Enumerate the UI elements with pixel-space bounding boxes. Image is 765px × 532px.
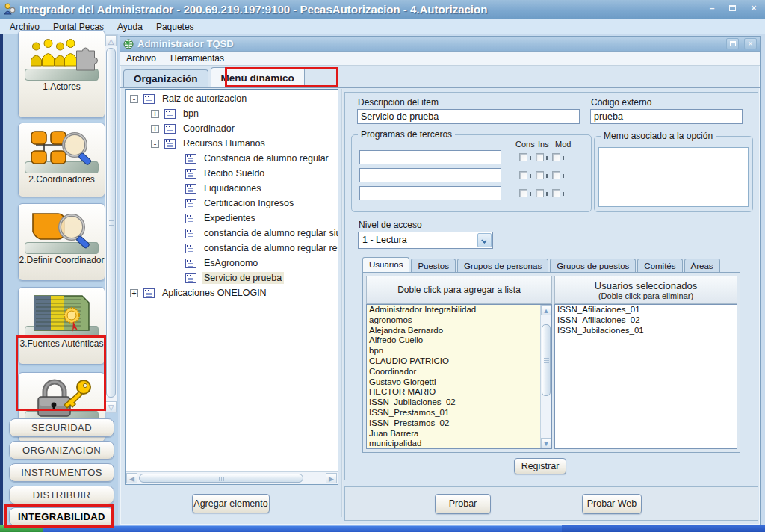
checkbox-ins-2[interactable]	[536, 171, 544, 179]
list-item[interactable]: ISSN_Prestamos_02	[367, 418, 551, 429]
tab-menu-dinamico[interactable]: Menú dinámico	[211, 67, 305, 87]
checkbox-mod-1[interactable]	[552, 153, 560, 161]
tree-collapse-icon[interactable]: -	[151, 140, 159, 148]
tree-item-label[interactable]: Liquidaciones	[202, 182, 263, 194]
checkbox-cons-1[interactable]	[519, 153, 527, 161]
scrollbar-thumb[interactable]	[106, 48, 116, 398]
tree-item[interactable]: constancia de alumno regular respons	[126, 241, 338, 256]
tree-item[interactable]: Certificacion Ingresos	[126, 196, 338, 211]
tree-item-selected[interactable]: Servicio de prueba	[126, 270, 338, 285]
tree-expand-icon[interactable]: +	[151, 125, 159, 133]
scroll-left-icon[interactable]: ◀	[126, 473, 137, 483]
access-level-select[interactable]: 1 - Lectura	[358, 232, 493, 249]
menu-ayuda[interactable]: Ayuda	[111, 20, 149, 34]
tree-item-label[interactable]: Certificacion Ingresos	[202, 197, 296, 209]
tree-item-label[interactable]: Recursos Humanos	[181, 137, 267, 149]
checkbox-cons-3[interactable]	[519, 189, 527, 197]
tree-item-label[interactable]: Constancia de alumno regular	[202, 152, 331, 164]
list-item[interactable]: Alejandra Bernardo	[367, 326, 551, 336]
scroll-up-icon[interactable]: △	[105, 35, 117, 46]
list-item[interactable]: ISSN_Jubilaciones_01	[555, 326, 737, 336]
inner-close-button[interactable]: ×	[744, 38, 757, 49]
list-item[interactable]: ISSN_Afiliaciones_01	[555, 305, 737, 315]
scrollbar-thumb[interactable]	[542, 324, 551, 396]
list-item[interactable]: Administrador Integrabilidad	[367, 305, 551, 315]
tree-item[interactable]: + bpn	[126, 106, 338, 121]
sidebar-item-definir-coordinador[interactable]: 2.Definir Coordinador	[18, 203, 105, 281]
scroll-right-icon[interactable]: ▶	[326, 473, 337, 483]
tree-item-label[interactable]: Expedientes	[202, 212, 258, 224]
tree-item[interactable]: + Coordinador	[126, 121, 338, 136]
scroll-up-icon[interactable]: ▲	[541, 305, 551, 315]
third-party-input-3[interactable]	[359, 186, 501, 200]
list-item[interactable]: municipalidad	[367, 439, 551, 449]
sidebar-item-integrabilidad[interactable]: INTEGRABILIDAD	[9, 507, 114, 526]
tree-expand-icon[interactable]: +	[130, 289, 138, 297]
list-item[interactable]: ISSN_Prestamos_01	[367, 408, 551, 418]
tree-item-label[interactable]: Aplicaciones ONELOGIN	[160, 287, 269, 299]
tab-comites[interactable]: Comités	[637, 259, 682, 272]
list-item[interactable]: ISSN_Jubilaciones_02	[367, 398, 551, 408]
sidebar-item-instrumentos[interactable]: INSTRUMENTOS	[9, 463, 114, 482]
list-item[interactable]: CLAUDIO PATRICIO	[367, 356, 551, 367]
start-button[interactable]	[0, 525, 43, 532]
memo-textarea[interactable]	[598, 147, 749, 207]
splitter[interactable]	[341, 89, 343, 517]
sidebar-item-actores[interactable]: 1.Actores	[18, 30, 105, 118]
scroll-down-icon[interactable]: ▽	[105, 401, 117, 412]
list-item[interactable]: HECTOR MARIO	[367, 387, 551, 398]
tree-item-label[interactable]: Servicio de prueba	[202, 272, 284, 284]
tree-item[interactable]: - Raiz de autorizacion	[126, 91, 338, 106]
tree-item[interactable]: Recibo Sueldo	[126, 166, 338, 181]
menu-paquetes[interactable]: Paquetes	[149, 20, 201, 34]
list-item[interactable]: agronomos	[367, 315, 551, 326]
tree-item-label[interactable]: EsAgronomo	[202, 257, 260, 269]
checkbox-ins-1[interactable]	[536, 153, 544, 161]
chevron-down-icon[interactable]	[477, 233, 492, 247]
test-button[interactable]: Probar	[435, 494, 491, 514]
third-party-input-2[interactable]	[359, 168, 501, 182]
tree-item-label[interactable]: Coordinador	[181, 123, 237, 134]
tree-item[interactable]: constancia de alumno regular siuned	[126, 226, 338, 241]
tree-item[interactable]: Expedientes	[126, 211, 338, 226]
scroll-down-icon[interactable]: ▼	[541, 438, 551, 448]
tree-item[interactable]: Liquidaciones	[126, 181, 338, 196]
tab-organizacion[interactable]: Organización	[123, 69, 208, 87]
tree-item-label[interactable]: bpn	[181, 108, 201, 120]
tab-puestos[interactable]: Puestos	[411, 259, 456, 272]
list-item[interactable]: ISSN_Afiliaciones_02	[555, 315, 737, 326]
restore-button[interactable]	[726, 3, 740, 15]
tab-areas[interactable]: Áreas	[684, 259, 720, 272]
tab-grupos-de-puestos[interactable]: Grupos de puestos	[550, 259, 636, 272]
list-item[interactable]: Juan Barrera	[367, 429, 551, 439]
minimize-button[interactable]: –	[705, 3, 719, 15]
inner-menu-herramientas[interactable]: Herramientas	[169, 52, 231, 65]
add-element-button[interactable]: Agregar elemento	[192, 494, 270, 513]
list-item[interactable]: Coordinador	[367, 367, 551, 377]
checkbox-ins-3[interactable]	[536, 189, 544, 197]
external-code-input[interactable]	[590, 109, 743, 124]
inner-restore-button[interactable]	[726, 38, 739, 49]
tree-item-label[interactable]: Raiz de autorizacion	[160, 93, 249, 105]
description-input[interactable]	[357, 109, 580, 124]
sidebar-item-organizacion[interactable]: ORGANIZACION	[9, 441, 114, 460]
tree-item[interactable]: + Aplicaciones ONELOGIN	[126, 285, 338, 300]
sidebar-item-seguridad[interactable]: SEGURIDAD	[9, 418, 114, 437]
tree-item[interactable]: Constancia de alumno regular	[126, 151, 338, 166]
sidebar-item-distribuir[interactable]: DISTRIBUIR	[9, 486, 114, 504]
test-web-button[interactable]: Probar Web	[582, 494, 642, 514]
list-item[interactable]: Alfredo Cuello	[367, 335, 551, 346]
tab-usuarios[interactable]: Usuarios	[362, 257, 409, 272]
sidebar-item-coordinadores[interactable]: 2.Coordinadores	[18, 123, 105, 197]
tree-item-label[interactable]: constancia de alumno regular siuned	[202, 227, 338, 239]
close-button[interactable]: ×	[747, 3, 761, 15]
sidebar-item-fuentes-autenticas[interactable]: 3.Fuentes Auténticas	[18, 287, 105, 365]
tab-grupos-de-personas[interactable]: Grupos de personas	[457, 259, 548, 272]
checkbox-mod-3[interactable]	[552, 189, 560, 197]
third-party-input-1[interactable]	[359, 150, 501, 164]
tree-expand-icon[interactable]: +	[151, 110, 159, 118]
tree-item-label[interactable]: Recibo Sueldo	[202, 167, 267, 179]
list-item[interactable]: bpn	[367, 346, 551, 356]
checkbox-cons-2[interactable]	[519, 171, 527, 179]
register-button[interactable]: Registrar	[514, 458, 566, 474]
